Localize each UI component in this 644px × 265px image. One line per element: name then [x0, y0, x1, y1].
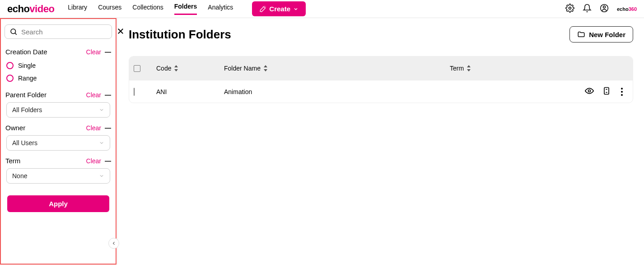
svg-marker-12 — [467, 69, 471, 71]
svg-marker-7 — [174, 65, 178, 67]
chevron-down-icon — [99, 140, 104, 146]
filter-owner: Owner Clear — All Users — [4, 119, 113, 152]
select-value: None — [12, 172, 27, 180]
main-content: Institution Folders New Folder Code Fold… — [118, 18, 644, 265]
settings-icon[interactable] — [565, 4, 574, 14]
create-label: Create — [269, 5, 290, 13]
filter-label: Creation Date — [5, 48, 83, 56]
chevron-left-icon — [111, 241, 117, 246]
filter-label: Parent Folder — [5, 91, 83, 99]
th-label: Term — [450, 65, 464, 72]
nav-library[interactable]: Library — [68, 4, 87, 14]
radio-range[interactable]: Range — [5, 72, 111, 85]
collapse-toggle[interactable]: — — [105, 48, 111, 56]
filter-term: Term Clear — None — [4, 152, 113, 185]
clear-parent-folder[interactable]: Clear — [86, 91, 101, 99]
owner-select[interactable]: All Users — [6, 135, 110, 151]
wand-icon — [259, 5, 266, 13]
radio-label: Single — [18, 62, 36, 69]
folder-icon — [577, 30, 585, 38]
collapse-sidebar-button[interactable] — [108, 238, 119, 249]
clear-term[interactable]: Clear — [86, 157, 101, 165]
select-value: All Users — [12, 139, 37, 147]
nav-folders[interactable]: Folders — [174, 3, 197, 15]
create-button[interactable]: Create — [252, 1, 306, 16]
view-icon[interactable] — [585, 86, 594, 97]
parent-folder-select[interactable]: All Folders — [6, 102, 110, 118]
th-code[interactable]: Code — [156, 65, 224, 72]
nav-collections[interactable]: Collections — [132, 4, 163, 14]
card-icon[interactable] — [602, 86, 611, 97]
svg-point-3 — [11, 29, 16, 34]
radio-label: Range — [18, 75, 37, 82]
svg-marker-9 — [264, 65, 267, 67]
th-label: Code — [156, 65, 171, 72]
bell-icon[interactable] — [583, 4, 592, 14]
svg-marker-10 — [264, 69, 267, 71]
svg-line-4 — [15, 33, 16, 34]
apply-button[interactable]: Apply — [7, 195, 109, 212]
filter-sidebar: Creation Date Clear — Single Range Paren… — [0, 18, 117, 265]
nav-courses[interactable]: Courses — [98, 4, 121, 14]
sort-icon — [467, 65, 471, 71]
nav: Library Courses Collections Folders Anal… — [68, 1, 306, 16]
svg-point-13 — [588, 90, 591, 92]
topbar: echovideo Library Courses Collections Fo… — [0, 0, 644, 18]
brand-small[interactable]: echo360 — [617, 6, 637, 12]
search-input-wrapper[interactable] — [5, 24, 112, 39]
chevron-down-icon — [99, 173, 104, 179]
new-folder-button[interactable]: New Folder — [569, 26, 633, 43]
account-icon[interactable] — [600, 4, 609, 14]
clear-owner[interactable]: Clear — [86, 124, 101, 132]
filter-label: Term — [5, 157, 83, 165]
close-icon[interactable] — [117, 27, 125, 37]
svg-point-0 — [569, 7, 571, 9]
collapse-toggle[interactable]: — — [105, 124, 111, 132]
sort-icon — [174, 65, 178, 71]
folders-table: Code Folder Name Term — [129, 56, 633, 103]
row-actions — [565, 86, 628, 98]
row-checkbox[interactable] — [134, 88, 135, 96]
clear-creation-date[interactable]: Clear — [86, 48, 101, 56]
search-input[interactable] — [21, 28, 107, 36]
search-icon — [9, 28, 18, 36]
filter-parent-folder: Parent Folder Clear — All Folders — [4, 86, 113, 119]
collapse-toggle[interactable]: — — [105, 157, 111, 165]
filter-creation-date: Creation Date Clear — Single Range — [4, 43, 113, 86]
chevron-down-icon — [293, 6, 299, 12]
more-menu-icon[interactable] — [619, 86, 625, 98]
cell-name: Animation — [224, 88, 450, 95]
table-header: Code Folder Name Term — [129, 57, 633, 80]
top-right-icons: echo360 — [565, 4, 637, 14]
th-label: Folder Name — [224, 65, 261, 72]
chevron-down-icon — [99, 107, 104, 113]
select-all-checkbox[interactable] — [134, 65, 140, 72]
term-select[interactable]: None — [6, 168, 110, 184]
radio-single[interactable]: Single — [5, 59, 111, 72]
table-row[interactable]: ANI Animation — [129, 80, 633, 103]
new-folder-label: New Folder — [589, 31, 625, 38]
radio-icon — [6, 62, 14, 69]
th-folder-name[interactable]: Folder Name — [224, 65, 450, 72]
svg-marker-11 — [467, 65, 471, 67]
radio-icon — [6, 75, 14, 82]
cell-code: ANI — [156, 88, 224, 95]
sort-icon — [263, 65, 268, 71]
svg-rect-14 — [604, 88, 609, 95]
filter-label: Owner — [5, 124, 83, 132]
nav-analytics[interactable]: Analytics — [208, 4, 233, 14]
svg-marker-8 — [174, 69, 178, 71]
collapse-toggle[interactable]: — — [105, 91, 111, 99]
th-term[interactable]: Term — [450, 65, 565, 72]
logo[interactable]: echovideo — [7, 3, 54, 15]
svg-point-2 — [603, 6, 605, 8]
select-value: All Folders — [12, 106, 42, 114]
page-title: Institution Folders — [129, 28, 231, 42]
